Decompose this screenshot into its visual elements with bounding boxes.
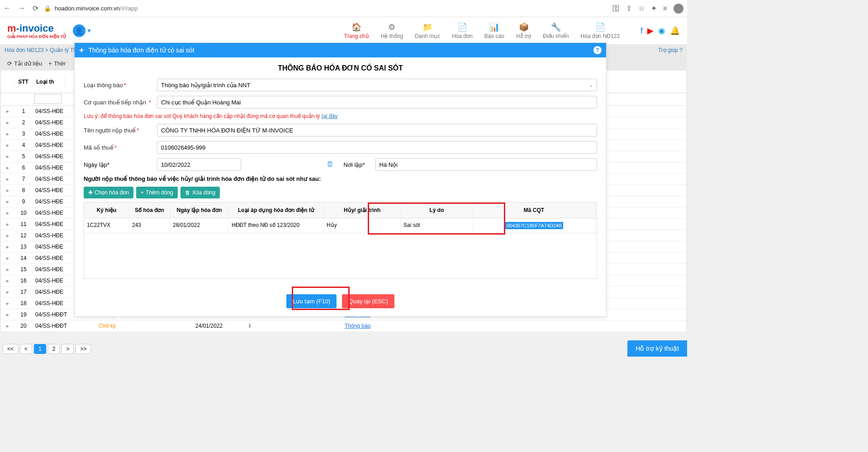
forward-icon[interactable]: → <box>18 4 25 13</box>
breadcrumb-item[interactable]: Hóa đơn NĐ123 <box>5 47 43 53</box>
profile-avatar[interactable] <box>674 4 683 14</box>
cell-ma-cqt: 004367C185F7A74D248 <box>473 218 595 233</box>
nav-system[interactable]: ⚙Hệ thống <box>381 22 403 39</box>
box-icon: 📦 <box>519 22 529 32</box>
facebook-icon[interactable]: f <box>640 26 643 36</box>
cell-ngay-lap: 28/01/2022 <box>170 218 229 233</box>
reload-icon[interactable]: ⟳ <box>33 4 38 13</box>
inner-table-row[interactable]: 1C22TVX 243 28/01/2022 HĐĐT theo NĐ số 1… <box>84 218 597 233</box>
nav-nd123[interactable]: 📄Hóa đơn NĐ123 <box>581 22 620 39</box>
chart-icon: 📊 <box>489 22 499 32</box>
th-ma-cqt: Mã CQT <box>473 202 595 218</box>
nav-catalog[interactable]: 📁Danh mục <box>415 22 440 39</box>
label-mst: Mã số thuế* <box>84 144 157 151</box>
star-icon[interactable]: ☆ <box>638 4 645 13</box>
add-button[interactable]: + Thêr <box>48 60 66 67</box>
back-button[interactable]: Quay lại (ESC) <box>342 294 394 308</box>
label-loai-tb: Loại thông báo* <box>84 82 157 89</box>
label-ngay-lap: Ngày lập* <box>84 161 157 168</box>
th-so-hd: Số hóa đơn <box>129 202 170 218</box>
inner-table: Ký hiệu Số hóa đơn Ngày lập hóa đơn Loại… <box>84 202 597 279</box>
help-icon[interactable]: ? <box>593 46 602 54</box>
app-icon[interactable]: ◉ <box>658 26 665 36</box>
warning-link[interactable]: tại đây <box>322 113 338 119</box>
back-icon[interactable]: ← <box>4 4 11 13</box>
add-row-button[interactable]: + Thêm dòng <box>136 187 178 198</box>
folder-icon: 📁 <box>422 22 432 32</box>
nav-support[interactable]: 📦Hỗ trợ <box>516 22 531 39</box>
support-button[interactable]: Hỗ trợ kỹ thuật <box>627 340 687 357</box>
lock-icon: 🔒 <box>44 5 51 12</box>
input-ngay-lap[interactable] <box>157 158 241 171</box>
sub-heading: Người nộp thuế thông báo về việc hủy/ gi… <box>84 175 597 182</box>
th-ly-do: Lý do <box>401 202 473 218</box>
select-loai-tb[interactable]: Thông báo hủy/giải trình của NNT⌄ <box>157 79 597 91</box>
choose-invoice-button[interactable]: ✚ Chọn hóa đơn <box>84 187 133 198</box>
user-icon: 👤 <box>73 24 85 37</box>
page-2[interactable]: 2 <box>48 344 60 354</box>
table-row[interactable]: ▸2004/SS-HĐĐTChờ ký24/01/2022⬇Thông báo <box>1 320 686 332</box>
top-nav: 🏠Trang chủ ⚙Hệ thống 📁Danh mục 📄Hóa đơn … <box>344 22 680 39</box>
page-1[interactable]: 1 <box>34 344 46 354</box>
nav-report[interactable]: 📊Báo cáo <box>484 22 504 39</box>
col-stt: STT <box>14 76 33 88</box>
calendar-icon[interactable]: 🗓 <box>327 160 334 169</box>
key-icon[interactable]: ⚿ <box>612 5 620 13</box>
notice-link[interactable]: Thông báo <box>345 323 370 329</box>
list-icon[interactable]: ≡ <box>663 5 667 13</box>
browser-bar: ← → ⟳ 🔒 hoadon.minvoice.com.vn/#!/app ⚿ … <box>0 0 687 17</box>
document-icon: 📄 <box>457 22 467 32</box>
nav-control[interactable]: 🔧Điều khiển <box>543 22 569 39</box>
extension-icon[interactable]: ✦ <box>651 4 657 13</box>
page-last[interactable]: >> <box>76 344 91 354</box>
cell-loai: HĐĐT theo NĐ số 123/2020 <box>229 218 324 233</box>
youtube-icon[interactable]: ▶ <box>647 26 654 36</box>
reload-button[interactable]: ⟳ Tải dữ liệu <box>7 60 42 67</box>
th-huy: Hủy/ giải trình <box>324 202 401 218</box>
pagination: << < 1 2 > >> <box>3 344 91 354</box>
cell-ly-do: Sai sót <box>401 218 473 233</box>
input-mst[interactable] <box>157 141 597 154</box>
th-ky-hieu: Ký hiệu <box>84 202 129 218</box>
input-cqt[interactable] <box>157 96 597 108</box>
save-button[interactable]: Lưu tạm (F10) <box>286 294 337 308</box>
bell-icon[interactable]: 🔔 <box>670 26 680 36</box>
logo: m-invoice GIẢI PHÁP HÓA ĐƠN ĐIỆN TỬ <box>7 23 66 39</box>
modal-title: Thông báo hóa đơn điện tử có sai sót <box>89 47 194 54</box>
cell-ky-hieu: 1C22TVX <box>84 218 129 233</box>
home-icon: 🏠 <box>351 22 361 32</box>
delete-row-button[interactable]: 🗑 Xóa dòng <box>180 187 220 198</box>
modal-heading: THÔNG BÁO HÓA ĐƠN CÓ SAI SÓT <box>84 64 597 72</box>
warning-text: Lưu ý: để thông báo hóa đơn sai sót Quý … <box>84 113 597 119</box>
user-menu[interactable]: 👤 ▼ <box>73 24 92 37</box>
nav-home[interactable]: 🏠Trang chủ <box>344 22 369 39</box>
app-header: m-invoice GIẢI PHÁP HÓA ĐƠN ĐIỆN TỬ 👤 ▼ … <box>0 17 687 44</box>
chevron-down-icon: ▼ <box>86 28 92 34</box>
chevron-down-icon: ⌄ <box>589 83 593 88</box>
filter-input[interactable] <box>34 94 62 104</box>
nav-invoice[interactable]: 📄Hóa đơn <box>452 22 473 39</box>
document-icon: 📄 <box>595 22 605 32</box>
modal-header: + Thông báo hóa đơn điện tử có sai sót ? <box>75 43 606 57</box>
error-notice-modal: + Thông báo hóa đơn điện tử có sai sót ?… <box>74 42 607 317</box>
cell-so-hd: 243 <box>129 218 170 233</box>
th-ngay-lap: Ngày lập hóa đơn <box>170 202 229 218</box>
col-loai: Loại th <box>33 76 65 88</box>
cell-huy: Hủy <box>324 218 401 233</box>
share-icon[interactable]: ⇪ <box>626 4 632 13</box>
gear-icon: ⚙ <box>388 22 395 32</box>
wrench-icon: 🔧 <box>551 22 561 32</box>
page-next[interactable]: > <box>62 344 74 354</box>
page-first[interactable]: << <box>3 344 18 354</box>
page-prev[interactable]: < <box>20 344 32 354</box>
input-ten-nnt[interactable] <box>157 124 597 137</box>
help-link[interactable]: Trợ giúp ? <box>658 47 683 53</box>
input-noi-lap[interactable] <box>375 158 598 171</box>
label-ten-nnt: Tên người nộp thuế* <box>84 127 157 134</box>
modal-footer: Lưu tạm (F10) Quay lại (ESC) <box>75 285 606 316</box>
plus-icon[interactable]: + <box>79 46 84 55</box>
label-noi-lap: Nơi lập* <box>344 161 375 168</box>
url-bar[interactable]: 🔒 hoadon.minvoice.com.vn/#!/app <box>44 5 607 12</box>
th-loai: Loại áp dụng hóa đơn điện tử <box>229 202 324 218</box>
label-cqt: Cơ quan thuế tiếp nhận * <box>84 99 157 106</box>
